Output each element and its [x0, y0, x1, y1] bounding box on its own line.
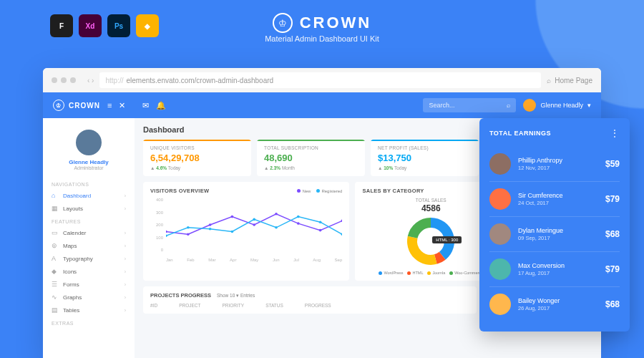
svg-point-11	[209, 228, 212, 231]
stat-card: TOTAL SUBSCRIPTION48,690▲ 2.3% Month	[257, 140, 365, 176]
sidebar-section-label: EXTRAS	[43, 316, 135, 328]
nav-icon: ⊚	[52, 242, 59, 249]
svg-point-12	[231, 231, 234, 233]
sidebar-item-layouts[interactable]: ▦Layouts›	[43, 202, 135, 215]
avatar	[489, 188, 511, 210]
nav-icon: ▭	[52, 229, 59, 236]
sidebar-item-graphs[interactable]: ∿Graphs›	[43, 291, 135, 304]
app-header: ♔ CROWN ≡ ✕ ✉ 🔔 ⌕ Glenne Headly ▾	[43, 92, 601, 118]
earnings-row[interactable]: Sir Cumference24 Oct, 2017$79	[489, 182, 620, 217]
avatar	[523, 99, 536, 112]
sidebar-item-maps[interactable]: ⊚Maps›	[43, 239, 135, 252]
sidebar-section-label: FEATURES	[43, 215, 135, 226]
chart-title: VISITORS OVERVIEW	[150, 188, 209, 194]
nav-arrows[interactable]: ‹ ›	[87, 77, 94, 84]
mail-icon[interactable]: ✉	[142, 101, 149, 110]
svg-point-6	[297, 222, 300, 225]
sidebar-item-icons[interactable]: ◆Icons›	[43, 265, 135, 278]
sidebar-item-typography[interactable]: ATypography›	[43, 252, 135, 265]
nav-icon: ⌂	[52, 192, 59, 199]
chevron-right-icon: ›	[125, 269, 126, 274]
chevron-right-icon: ›	[125, 256, 126, 261]
svg-point-5	[275, 213, 278, 216]
nav-icon: ◆	[52, 268, 59, 275]
avatar	[489, 258, 511, 280]
visitors-chart-card: VISITORS OVERVIEW NewRegistered 40030020…	[143, 182, 349, 281]
earnings-row[interactable]: Phillip Anthropy12 Nov, 2017$59	[489, 147, 620, 182]
hero-title: CROWN	[300, 14, 372, 32]
chevron-right-icon: ›	[125, 282, 126, 287]
earnings-title: TOTAL EARNINGS	[489, 130, 551, 137]
more-icon[interactable]: ⋮	[610, 128, 620, 138]
avatar	[489, 294, 511, 315]
svg-point-13	[253, 218, 255, 221]
user-menu[interactable]: Glenne Headly ▾	[523, 99, 591, 112]
nav-icon: ▦	[52, 205, 59, 212]
earnings-row[interactable]: Bailey Wonger26 Aug, 2017$68	[489, 287, 620, 321]
browser-chrome: ‹ › http:// elements.envato.com/crown-ad…	[43, 68, 601, 92]
menu-icon[interactable]: ≡	[107, 101, 112, 110]
nav-icon: ▤	[52, 306, 59, 314]
sidebar-item-tables[interactable]: ▤Tables›	[43, 304, 135, 316]
svg-point-3	[231, 216, 234, 218]
avatar	[489, 223, 511, 245]
stat-card: UNIQUE VISITORS6,54,29,708▲ 4.6% Today	[143, 140, 251, 176]
sidebar-item-dashboard[interactable]: ⌂Dashboard›	[43, 189, 135, 202]
sidebar: Glenne Headly Administrator NAVIGATIONS⌂…	[43, 118, 135, 358]
svg-point-14	[275, 226, 278, 229]
chevron-right-icon: ›	[125, 231, 126, 236]
svg-point-7	[319, 229, 322, 232]
sidebar-item-calender[interactable]: ▭Calender›	[43, 226, 135, 239]
chevron-down-icon: ▾	[587, 102, 591, 109]
projects-card: PROJECTS PROGRESS Show 10 ▾ Entries #IDP…	[143, 286, 477, 314]
chevron-right-icon: ›	[125, 295, 126, 300]
bell-icon[interactable]: 🔔	[156, 101, 166, 110]
earnings-row[interactable]: Max Conversion17 Aug, 2017$79	[489, 252, 620, 287]
sidebar-item-forms[interactable]: ☰Forms›	[43, 278, 135, 291]
chevron-right-icon: ›	[125, 308, 126, 313]
chart-title: SALES BY CATEGORY	[362, 188, 424, 194]
home-button[interactable]: ⌕ Home Page	[547, 77, 592, 84]
sidebar-profile[interactable]: Glenne Headly Administrator	[43, 125, 135, 178]
crown-icon: ♔	[53, 100, 64, 111]
chevron-right-icon: ›	[125, 193, 126, 198]
svg-point-16	[319, 221, 322, 223]
earnings-panel: TOTAL EARNINGS ⋮ Phillip Anthropy12 Nov,…	[479, 118, 630, 332]
chevron-right-icon: ›	[125, 243, 126, 248]
sidebar-section-label: NAVIGATIONS	[43, 178, 135, 189]
svg-point-1	[187, 233, 190, 236]
chart-tooltip: HTML : 300	[432, 236, 462, 243]
crown-icon: ♔	[273, 13, 293, 33]
stat-card: NET PROFIT (SALES)$13,750▲ 10% Today	[371, 140, 479, 176]
search-icon: ⌕	[507, 102, 510, 109]
search-icon: ⌕	[547, 77, 551, 84]
nav-icon: ∿	[52, 294, 59, 301]
nav-icon: ☰	[52, 281, 59, 288]
avatar	[489, 153, 511, 175]
svg-point-2	[209, 223, 212, 226]
search-input[interactable]: ⌕	[423, 98, 516, 112]
svg-point-15	[297, 216, 300, 218]
app-logo[interactable]: ♔ CROWN	[53, 100, 100, 111]
hero-subtitle: Material Admin Dashboard UI Kit	[0, 34, 644, 43]
chart-legend: NewRegistered	[297, 189, 342, 193]
avatar	[76, 130, 102, 155]
svg-point-10	[187, 226, 190, 229]
svg-point-0	[166, 231, 167, 233]
expand-icon[interactable]: ✕	[119, 101, 125, 110]
earnings-row[interactable]: Dylan Meringue09 Sep, 2017$68	[489, 217, 620, 252]
chevron-right-icon: ›	[125, 206, 126, 211]
nav-icon: A	[52, 255, 59, 262]
url-bar[interactable]: http:// elements.envato.com/crown-admin-…	[99, 72, 541, 88]
page-title: Dashboard	[143, 125, 184, 134]
svg-point-4	[253, 223, 255, 226]
